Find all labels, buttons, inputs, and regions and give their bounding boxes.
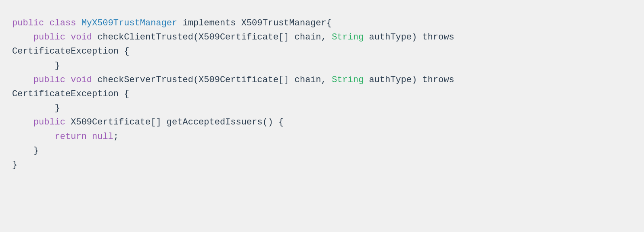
code-line: return null; [12, 130, 632, 144]
code-line: public void checkServerTrusted(X509Certi… [12, 73, 632, 87]
code-token: ; [113, 132, 119, 142]
code-line: public void checkClientTrusted(X509Certi… [12, 30, 632, 44]
code-line: public class MyX509TrustManager implemen… [12, 16, 632, 30]
code-token: checkClientTrusted(X509Certificate[] cha… [97, 32, 332, 42]
code-token: } [12, 146, 39, 156]
code-line: } [12, 59, 632, 73]
code-line: CertificateException { [12, 44, 632, 58]
code-token: null [92, 132, 113, 142]
code-token: String [332, 75, 364, 85]
code-token: authType) throws [364, 32, 454, 42]
code-token: checkServerTrusted(X509Certificate[] cha… [97, 75, 332, 85]
code-block: public class MyX509TrustManager implemen… [12, 12, 632, 176]
code-token: X509Certificate[] getAcceptedIssuers() { [71, 117, 284, 127]
code-token: implements [177, 18, 241, 28]
code-token: void [71, 32, 97, 42]
code-token: public [12, 117, 71, 127]
code-token: CertificateException { [12, 46, 129, 56]
code-token: } [12, 61, 60, 71]
code-token: return [12, 132, 92, 142]
code-token: String [332, 32, 364, 42]
code-line: CertificateException { [12, 87, 632, 101]
code-token: } [12, 103, 60, 113]
code-token: MyX509TrustManager [82, 18, 178, 28]
code-token: } [12, 160, 17, 170]
code-token: X509TrustManager{ [241, 18, 332, 28]
code-line: public X509Certificate[] getAcceptedIssu… [12, 115, 632, 129]
code-line: } [12, 144, 632, 158]
code-token: CertificateException { [12, 89, 129, 99]
code-line: } [12, 101, 632, 115]
code-token: public [12, 18, 49, 28]
code-token: public [12, 32, 71, 42]
code-token: class [49, 18, 81, 28]
code-token: void [71, 75, 97, 85]
code-token: authType) throws [364, 75, 454, 85]
code-line: } [12, 158, 632, 172]
code-token: public [12, 75, 71, 85]
